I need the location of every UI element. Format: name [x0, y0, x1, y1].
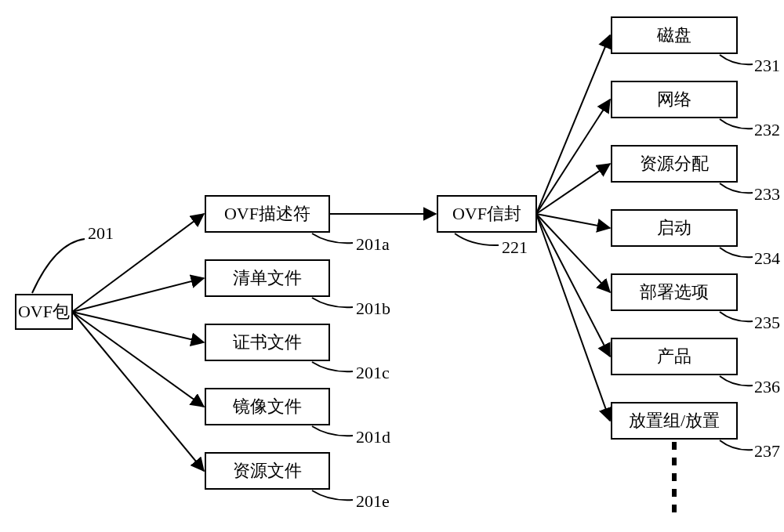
- node-certificate-file-label: 证书文件: [233, 332, 302, 352]
- node-network: 网络: [612, 81, 737, 118]
- node-product-label: 产品: [657, 346, 691, 366]
- ref-235: 235: [754, 313, 780, 332]
- leader-201c: [312, 362, 353, 371]
- node-resource-alloc-label: 资源分配: [640, 154, 709, 173]
- arrow-env-to-disk: [536, 35, 610, 214]
- arrow-env-to-placement: [536, 214, 610, 421]
- leader-237: [720, 440, 753, 450]
- arrow-root-to-certificate: [72, 312, 204, 342]
- ref-201: 201: [88, 223, 114, 243]
- ref-232: 232: [754, 120, 780, 139]
- node-certificate-file: 证书文件: [205, 324, 329, 360]
- leader-236: [720, 376, 753, 385]
- ref-234: 234: [754, 248, 780, 268]
- node-image-file: 镜像文件: [205, 389, 329, 425]
- node-boot-label: 启动: [657, 218, 691, 237]
- node-resource-alloc: 资源分配: [612, 146, 737, 182]
- ref-201a: 201a: [356, 234, 390, 254]
- leader-234: [720, 248, 753, 257]
- node-placement-label: 放置组/放置: [629, 411, 720, 430]
- node-deploy-options: 部署选项: [612, 274, 737, 310]
- node-resource-file: 资源文件: [205, 453, 329, 489]
- diagram-canvas: OVF包 201 OVF描述符 201a 清单文件 201b 证书文件 201c…: [0, 0, 784, 532]
- ref-233: 233: [754, 184, 780, 204]
- node-deploy-options-label: 部署选项: [640, 282, 709, 302]
- ref-237: 237: [754, 441, 780, 461]
- ref-236: 236: [754, 377, 780, 396]
- node-product: 产品: [612, 338, 737, 375]
- arrow-root-to-resource: [72, 312, 204, 471]
- node-manifest-file-label: 清单文件: [233, 268, 302, 288]
- leader-233: [720, 183, 753, 193]
- arrow-root-to-manifest: [72, 278, 204, 312]
- node-disk-label: 磁盘: [656, 25, 691, 45]
- arrow-env-to-product: [536, 214, 610, 356]
- ref-201e: 201e: [356, 491, 390, 511]
- node-ovf-package-label: OVF包: [18, 302, 70, 321]
- leader-221: [455, 233, 499, 245]
- node-manifest-file: 清单文件: [205, 260, 329, 296]
- ref-201d: 201d: [356, 427, 390, 447]
- node-boot: 启动: [612, 210, 737, 246]
- node-resource-file-label: 资源文件: [233, 461, 302, 480]
- leader-232: [720, 119, 753, 128]
- node-ovf-descriptor-label: OVF描述符: [224, 204, 310, 223]
- node-disk: 磁盘: [612, 17, 737, 53]
- ref-221: 221: [502, 237, 528, 257]
- node-ovf-descriptor: OVF描述符: [205, 196, 329, 232]
- ref-201b: 201b: [356, 299, 390, 318]
- leader-201e: [312, 490, 353, 500]
- leader-201b: [312, 298, 353, 307]
- node-ovf-envelope-label: OVF信封: [452, 204, 521, 223]
- node-network-label: 网络: [657, 89, 691, 109]
- node-ovf-package: OVF包: [16, 295, 72, 329]
- arrow-env-to-network: [536, 100, 610, 214]
- leader-231: [720, 55, 753, 64]
- node-placement: 放置组/放置: [612, 403, 737, 439]
- node-ovf-envelope: OVF信封: [437, 196, 536, 232]
- leader-201a: [312, 233, 353, 243]
- ref-231: 231: [754, 56, 780, 75]
- ref-201c: 201c: [356, 363, 390, 382]
- leader-201d: [312, 426, 353, 436]
- leader-201: [32, 239, 85, 293]
- node-image-file-label: 镜像文件: [232, 396, 302, 416]
- leader-235: [720, 312, 753, 321]
